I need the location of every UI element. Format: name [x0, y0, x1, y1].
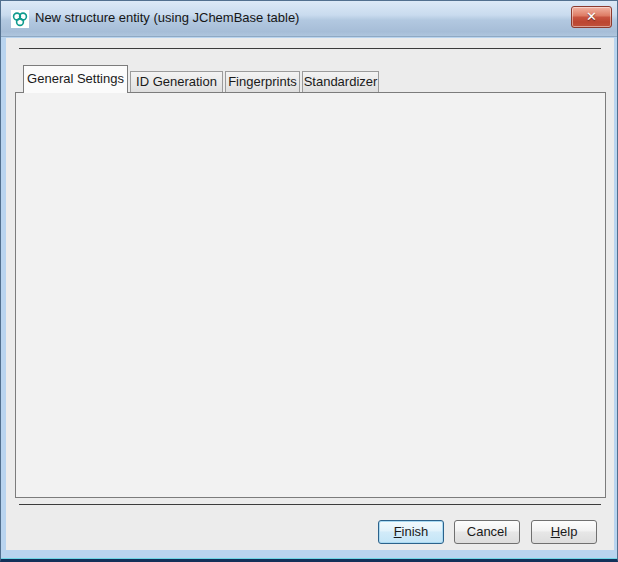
tab-label: Standardizer [304, 74, 378, 89]
finish-button-label: Finish [379, 521, 443, 543]
cancel-button[interactable]: Cancel [454, 520, 520, 544]
tab-general-settings[interactable]: General Settings [23, 65, 128, 93]
tab-label: ID Generation [136, 74, 217, 89]
dialog-client-area: General Settings ID Generation Fingerpri… [6, 38, 614, 550]
help-button-label: Help [532, 521, 596, 543]
footer-separator [19, 504, 601, 505]
app-icon [11, 10, 29, 28]
dialog-window: New structure entity (using JChemBase ta… [0, 0, 618, 562]
finish-button[interactable]: Finish [378, 520, 444, 544]
cancel-button-label: Cancel [455, 521, 519, 543]
close-icon: ✕ [572, 7, 611, 27]
title-bar[interactable]: New structure entity (using JChemBase ta… [1, 1, 617, 37]
window-title: New structure entity (using JChemBase ta… [35, 10, 299, 25]
tab-label: General Settings [27, 71, 124, 86]
header-separator [19, 48, 601, 49]
window-bottom-accent [1, 558, 617, 559]
help-button[interactable]: Help [531, 520, 597, 544]
tab-label: Fingerprints [228, 74, 297, 89]
tab-panel [15, 92, 606, 498]
close-button[interactable]: ✕ [571, 6, 612, 28]
